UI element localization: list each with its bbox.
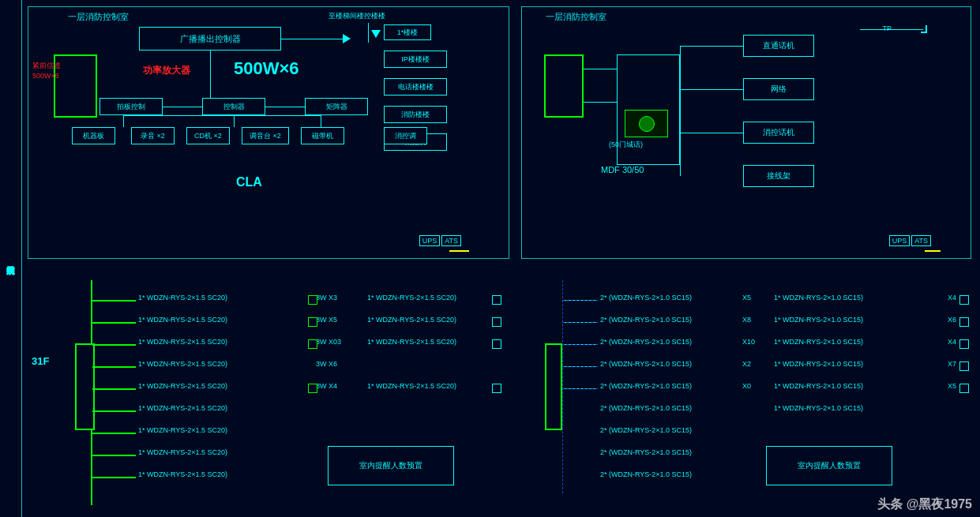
wire-h-1 [92, 300, 136, 302]
xr-label-5: X5 [948, 382, 956, 390]
box-wangluo: 网络 [743, 78, 814, 100]
top-arrow-label: 至楼梯间楼控楼楼 [329, 11, 385, 21]
wire-br-right-label-3: X10 [742, 338, 755, 346]
wire-label-4: 1* WDZN-RYS-2×1.5 SC20) [138, 360, 227, 368]
bottom-right-section: 2* (WDZN-RYS-2×1.0 SC15) X5 2* (WDZN-RYS… [521, 268, 975, 509]
wire-br-label-6: 2* (WDZN-RYS-2×1.0 SC15) [600, 404, 692, 412]
arrow-v-line [368, 23, 369, 43]
wire-br-label-5: 2* (WDZN-RYS-2×1.0 SC15) [600, 382, 692, 390]
wire-br-label-8: 2* (WDZN-RYS-2×1.0 SC15) [600, 448, 692, 456]
wire-label-9: 1* WDZN-RYS-2×1.5 SC20) [138, 470, 227, 478]
wire-label-1: 1* WDZN-RYS-2×1.5 SC20) [138, 294, 227, 302]
wire-label-2: 1* WDZN-RYS-2×1.5 SC20) [138, 316, 227, 324]
left-diagram-title: 一层消防控制室 [68, 11, 129, 23]
wire-h-6 [92, 410, 136, 412]
green-connector-left [75, 343, 95, 430]
amplifier-power: 500W×6 [234, 58, 299, 79]
arrow-down-1 [371, 30, 381, 38]
box-paiban: 拍板控制 [100, 98, 163, 115]
xr-label-4: X7 [948, 360, 956, 368]
green-connector-right [545, 343, 562, 430]
wire-br-rr-label-1: 1* WDZN-RYS-2×1.0 SC15) [774, 294, 863, 302]
ats-right: ATS [911, 235, 931, 246]
term-3 [308, 339, 317, 349]
wire-br-label-9: 2* (WDZN-RYS-2×1.0 SC15) [600, 470, 692, 478]
wire-br-label-2: 2* (WDZN-RYS-2×1.0 SC15) [600, 316, 692, 324]
wire-label-r4: 3W X6 [316, 360, 337, 368]
box-xiaokong-hua: 消控话机 [743, 122, 814, 144]
xr-label-3: X4 [948, 338, 956, 346]
red-label-2: 500W×6 [32, 72, 59, 80]
box-cidai: 磁带机 [301, 127, 344, 144]
wire-h-3 [92, 344, 136, 346]
left-label: 广播及消防控制系统 [0, 0, 22, 517]
term-right-1 [492, 295, 501, 305]
cla-text: CLA [236, 175, 262, 189]
amplifier-label: 功率放大器 [143, 64, 190, 77]
wire-br-rr-label-3: 1* WDZN-RYS-2×1.0 SC15) [774, 338, 863, 346]
wire-right-label-2: 1* WDZN-RYS-2×1.5 SC20) [367, 316, 456, 324]
ups-left: UPS [419, 235, 441, 246]
arrow-line-1 [281, 39, 344, 39]
box-luyin: 录音 ×2 [131, 127, 175, 144]
wire-br-label-3: 2* (WDZN-RYS-2×1.0 SC15) [600, 338, 692, 346]
room-notice-box-right: 室内提醒人数预置 [766, 446, 892, 485]
h-right-2 [680, 89, 743, 90]
blue-wire-2 [562, 322, 598, 323]
diagram-right: 一层消防控制室 MDF 30/50 (50门城话) 直通话机 网络 消控话机 接… [521, 6, 971, 259]
wire-h-4 [92, 366, 136, 368]
wire-br-rr-label-2: 1* WDZN-RYS-2×1.0 SC15) [774, 316, 863, 324]
wire-br-label-7: 2* (WDZN-RYS-2×1.0 SC15) [600, 426, 692, 434]
blue-wire-3 [562, 344, 598, 345]
ups-ats-right: UPS ATS [889, 235, 931, 246]
wire-right-label-5: 1* WDZN-RYS-2×1.5 SC20) [367, 382, 456, 390]
wire-label-r5: 3W X4 [316, 382, 337, 390]
wire-br-rr-label-4: 1* WDZN-RYS-2×1.0 SC15) [774, 360, 863, 368]
wire-br-right-label-4: X2 [742, 360, 751, 368]
wire-label-8: 1* WDZN-RYS-2×1.5 SC20) [138, 448, 227, 456]
mdf-label: MDF 30/50 [601, 165, 644, 174]
v-conn-broadcast [210, 51, 211, 98]
term-right-3 [492, 339, 501, 349]
fire-box-right: 消防楼楼 [384, 106, 447, 123]
arrow-1 [343, 34, 351, 43]
term-1 [308, 295, 317, 305]
xr-label-1: X4 [948, 294, 956, 302]
wire-label-5: 1* WDZN-RYS-2×1.5 SC20) [138, 382, 227, 390]
broadcast-control-box: 广播播出控制器 [139, 27, 281, 51]
diagram-left: 一层消防控制室 广播播出控制器 至楼梯间楼控楼楼 1*楼楼 IP楼楼楼 电话楼楼… [28, 6, 509, 259]
watermark: 头条 @黑夜1975 [877, 496, 972, 513]
wire-right-label-3: 1* WDZN-RYS-2×1.5 SC20) [367, 338, 456, 346]
tp-line [860, 29, 923, 30]
v-right-conn [680, 46, 681, 176]
phone-box: 电话楼楼楼 [384, 78, 447, 96]
wire-h-2 [92, 322, 136, 324]
wire-label-r2: 3W X5 [316, 316, 337, 324]
term-right-2 [492, 317, 501, 327]
h-right-3 [680, 133, 743, 133]
box-tiaoyintai: 调音台 ×2 [242, 127, 289, 144]
h-greenmdf-2 [584, 102, 617, 103]
box-xiaokong: 消控调 [384, 127, 427, 144]
box-cd: CD机 ×2 [186, 127, 230, 144]
wire-h-7 [92, 433, 136, 434]
mdf-circle [639, 116, 655, 132]
red-label-1: 紧前信道 [32, 61, 61, 71]
h-right-1 [680, 46, 743, 47]
wire-label-r1: 3W X3 [316, 294, 337, 302]
h-conn-1 [163, 107, 202, 107]
ip-box: IP楼楼楼 [384, 51, 447, 68]
box-matrix: 矩阵器 [305, 98, 368, 115]
ups-right: UPS [889, 235, 911, 246]
v-cidai [321, 115, 321, 127]
ats-left: ATS [441, 235, 461, 246]
wire-label-3: 1* WDZN-RYS-2×1.5 SC20) [138, 338, 227, 346]
main-canvas: 广播及消防控制系统 一层消防控制室 广播播出控制器 至楼梯间楼控楼楼 1*楼楼 … [0, 0, 980, 517]
box-jiqiban: 机器板 [72, 127, 115, 144]
wire-right-label-1: 1* WDZN-RYS-2×1.5 SC20) [367, 294, 456, 302]
wire-br-right-label-5: X0 [742, 382, 751, 390]
wire-label-7: 1* WDZN-RYS-2×1.5 SC20) [138, 426, 227, 434]
tp-terminal [921, 25, 927, 33]
v-jiqiban [123, 115, 124, 127]
wire-h-5 [92, 388, 136, 390]
